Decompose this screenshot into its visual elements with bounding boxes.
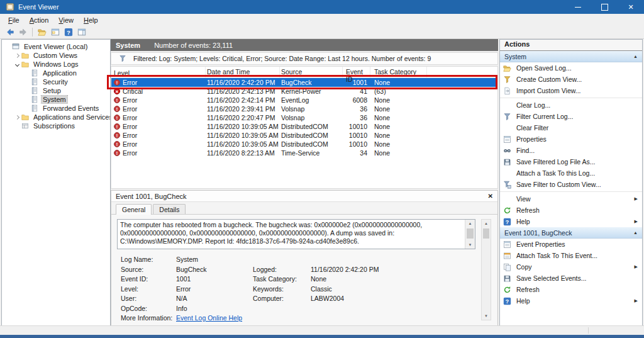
tab-details[interactable]: Details bbox=[153, 204, 186, 214]
action-item-event-properties[interactable]: Event Properties bbox=[500, 239, 642, 250]
svg-text:?: ? bbox=[67, 29, 70, 36]
forward-icon[interactable] bbox=[16, 27, 30, 38]
tree-item-system[interactable]: System bbox=[2, 95, 110, 104]
close-button[interactable]: ✕ bbox=[618, 0, 644, 14]
event-row[interactable]: !Error11/16/2020 2:20:47 PMVolsnap36None bbox=[111, 113, 497, 122]
minimize-button[interactable] bbox=[565, 0, 591, 14]
column-header-task-category[interactable]: Task Category bbox=[370, 67, 427, 77]
tree-item-forwarded-events[interactable]: Forwarded Events bbox=[2, 104, 110, 113]
menu-action[interactable]: Action bbox=[25, 15, 54, 25]
find-icon bbox=[503, 147, 513, 155]
event-row[interactable]: !Error11/16/2020 2:42:14 PMEventLog6008N… bbox=[111, 96, 497, 104]
event-row[interactable]: !Error11/16/2020 10:39:05 AMDistributedC… bbox=[111, 140, 497, 149]
maximize-button[interactable] bbox=[591, 0, 618, 14]
tree-expander-icon[interactable] bbox=[14, 116, 21, 119]
action-item-copy[interactable]: Copy▶ bbox=[500, 261, 642, 273]
tree-item-event-viewer-local[interactable]: Event Viewer (Local) bbox=[2, 42, 110, 51]
tree-item-security[interactable]: Security bbox=[2, 77, 110, 86]
menu-help[interactable]: Help bbox=[79, 15, 103, 25]
tree-item-applications-and-services-logs[interactable]: Applications and Services Logs bbox=[2, 113, 110, 121]
action-item-clear-log[interactable]: Clear Log... bbox=[500, 99, 642, 111]
column-header-date[interactable]: Date and Time bbox=[206, 67, 280, 77]
log-icon bbox=[31, 87, 39, 94]
console-window-icon[interactable] bbox=[48, 27, 62, 38]
funnel-icon bbox=[503, 113, 513, 121]
action-item-save-filter-to-custom-view[interactable]: Save Filter to Custom View... bbox=[500, 179, 642, 190]
action-item-find[interactable]: Find... bbox=[500, 145, 642, 156]
toolbar-separator bbox=[32, 28, 33, 37]
collapse-icon[interactable]: ▲ bbox=[633, 230, 638, 235]
menu-file[interactable]: File bbox=[3, 15, 25, 25]
error-level-icon: ! bbox=[114, 106, 120, 112]
action-item-label: Save Filtered Log File As... bbox=[516, 158, 595, 166]
more-information-link[interactable]: Event Log Online Help bbox=[176, 313, 253, 324]
column-header-event-id[interactable]: Event ID bbox=[343, 67, 370, 77]
event-row[interactable]: !Error11/16/2020 2:39:41 PMVolsnap36None bbox=[111, 104, 497, 113]
scroll-down-icon[interactable]: ▼ bbox=[465, 241, 475, 249]
message-scrollbar[interactable]: ▲ ▼ bbox=[465, 220, 475, 249]
action-item-refresh[interactable]: Refresh bbox=[500, 205, 642, 216]
tree-expander-icon[interactable] bbox=[14, 63, 21, 66]
column-header-source[interactable]: Source bbox=[280, 67, 343, 77]
event-row[interactable]: !Error11/16/2020 10:39:05 AMDistributedC… bbox=[111, 122, 497, 131]
action-item-help[interactable]: ?Help▶ bbox=[500, 216, 642, 227]
scrollbar-thumb[interactable] bbox=[467, 228, 474, 239]
scroll-down-icon[interactable]: ▼ bbox=[482, 312, 491, 320]
actions-pane: Actions System▲Open Saved Log...Create C… bbox=[499, 39, 643, 326]
tree-item-subscriptions[interactable]: Subscriptions bbox=[2, 121, 110, 130]
action-item-import-custom-view[interactable]: Import Custom View... bbox=[500, 85, 642, 96]
log-icon bbox=[31, 104, 39, 112]
scroll-up-icon[interactable]: ▲ bbox=[482, 220, 491, 227]
tab-general[interactable]: General bbox=[116, 204, 152, 215]
funnel-save-icon bbox=[503, 181, 513, 189]
tree-item-application[interactable]: Application bbox=[2, 69, 110, 77]
collapse-icon[interactable]: ▲ bbox=[633, 54, 638, 59]
back-icon[interactable] bbox=[3, 27, 16, 38]
event-row[interactable]: !Error11/16/2020 2:42:20 PMBugCheck1001N… bbox=[111, 78, 497, 87]
tree-item-label: Setup bbox=[42, 87, 62, 94]
menu-view[interactable]: View bbox=[53, 15, 79, 25]
datetime-cell: 11/16/2020 2:42:20 PM bbox=[206, 79, 280, 86]
event-row[interactable]: !Error11/16/2020 10:39:05 AMDistributedC… bbox=[111, 131, 497, 140]
action-item-attach-a-task-to-this-log[interactable]: Attach a Task To this Log... bbox=[500, 167, 642, 179]
window-controls: ✕ bbox=[565, 0, 644, 14]
scroll-up-icon[interactable]: ▲ bbox=[465, 220, 475, 227]
root-icon bbox=[12, 43, 20, 50]
detail-scrollbar[interactable]: ▲ ▼ bbox=[481, 219, 491, 320]
folder-icon bbox=[21, 113, 30, 121]
action-item-view[interactable]: View▶ bbox=[500, 193, 642, 205]
tree-item-setup[interactable]: Setup bbox=[2, 86, 110, 95]
source-cell: DistributedCOM bbox=[280, 140, 343, 148]
action-item-help[interactable]: ?Help▶ bbox=[500, 295, 642, 307]
field-value bbox=[311, 255, 469, 265]
actions-section-header-system[interactable]: System▲ bbox=[500, 51, 642, 62]
column-header-level[interactable]: Level bbox=[111, 67, 206, 77]
help-icon: ? bbox=[503, 218, 513, 226]
action-item-open-saved-log[interactable]: Open Saved Log... bbox=[500, 62, 642, 74]
action-item-save-filtered-log-file-as[interactable]: Save Filtered Log File As... bbox=[500, 156, 642, 167]
help-icon[interactable]: ? bbox=[62, 27, 75, 38]
action-item-label: Save Filter to Custom View... bbox=[516, 181, 601, 188]
show-console-tree-icon[interactable] bbox=[35, 27, 48, 38]
action-pane-icon[interactable] bbox=[75, 27, 88, 38]
datetime-cell: 11/16/2020 10:39:05 AM bbox=[206, 123, 280, 130]
detail-close-icon[interactable]: ✕ bbox=[488, 193, 493, 200]
action-item-refresh[interactable]: Refresh bbox=[500, 284, 642, 295]
scrollbar-thumb[interactable] bbox=[483, 228, 489, 239]
event-row[interactable]: !Error11/16/2020 8:22:13 AMTime-Service3… bbox=[111, 149, 497, 157]
action-item-clear-filter[interactable]: Clear Filter bbox=[500, 122, 642, 133]
action-item-create-custom-view[interactable]: Create Custom View... bbox=[500, 74, 642, 85]
action-item-save-selected-events[interactable]: Save Selected Events... bbox=[500, 273, 642, 284]
event-message: The computer has rebooted from a bugchec… bbox=[120, 221, 422, 245]
help-icon: ? bbox=[503, 297, 513, 305]
tree-expander-icon[interactable] bbox=[14, 54, 21, 57]
tree-item-custom-views[interactable]: Custom Views bbox=[2, 51, 110, 60]
actions-section-header-event-1001-bugcheck[interactable]: Event 1001, BugCheck▲ bbox=[500, 227, 642, 239]
source-cell: Time-Service bbox=[280, 149, 343, 157]
folder-icon bbox=[21, 52, 30, 59]
action-item-filter-current-log[interactable]: Filter Current Log... bbox=[500, 111, 642, 122]
action-item-attach-task-to-this-event[interactable]: Attach Task To This Event... bbox=[500, 250, 642, 261]
event-row[interactable]: ✕Critical11/16/2020 2:42:13 PMKernel-Pow… bbox=[111, 87, 497, 96]
action-item-properties[interactable]: Properties bbox=[500, 133, 642, 145]
tree-item-windows-logs[interactable]: Windows Logs bbox=[2, 60, 110, 69]
